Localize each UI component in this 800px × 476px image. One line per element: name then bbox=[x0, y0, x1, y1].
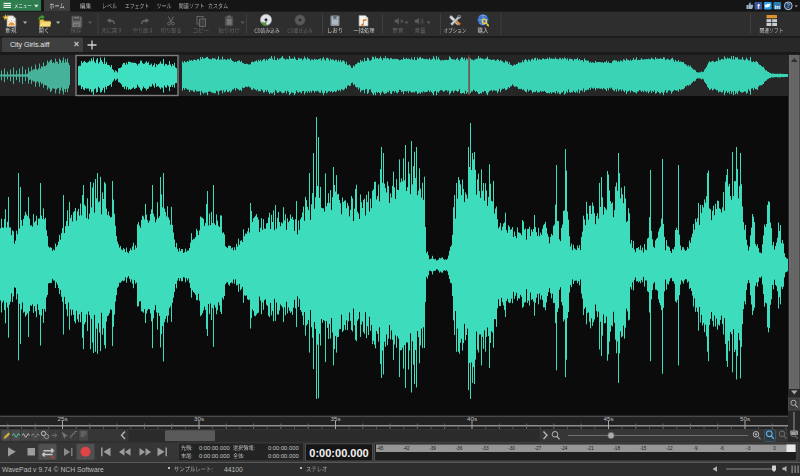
svg-text:-9: -9 bbox=[694, 446, 699, 451]
svg-text:0: 0 bbox=[773, 446, 776, 451]
svg-text:45s: 45s bbox=[604, 415, 614, 422]
svg-text:50s: 50s bbox=[740, 415, 750, 422]
svg-text:-42: -42 bbox=[403, 446, 410, 451]
svg-text:-27: -27 bbox=[534, 446, 541, 451]
svg-text:-15: -15 bbox=[640, 446, 647, 451]
svg-text:35s: 35s bbox=[331, 415, 341, 422]
svg-text:44100: 44100 bbox=[224, 466, 243, 473]
svg-text:25s: 25s bbox=[58, 415, 68, 422]
svg-text:WavePad v 9.74 © NCH Software: WavePad v 9.74 © NCH Software bbox=[2, 466, 104, 473]
svg-text:0:00:00.000: 0:00:00.000 bbox=[199, 453, 230, 459]
svg-text:-30: -30 bbox=[508, 446, 515, 451]
svg-text:-12: -12 bbox=[666, 446, 673, 451]
svg-text:-3: -3 bbox=[746, 446, 751, 451]
svg-text:-45: -45 bbox=[377, 446, 384, 451]
svg-text:40s: 40s bbox=[467, 415, 477, 422]
svg-text:0:00:00.000: 0:00:00.000 bbox=[268, 453, 299, 459]
svg-text:-39: -39 bbox=[429, 446, 436, 451]
svg-text:0:00:00.000: 0:00:00.000 bbox=[309, 447, 368, 459]
svg-text:0:00:00.000: 0:00:00.000 bbox=[199, 445, 230, 451]
svg-text:-18: -18 bbox=[613, 446, 620, 451]
svg-text:?: ? bbox=[786, 2, 790, 9]
svg-text:-33: -33 bbox=[482, 446, 489, 451]
svg-text:in: in bbox=[775, 3, 781, 10]
svg-text:-21: -21 bbox=[587, 446, 594, 451]
svg-text:30s: 30s bbox=[194, 415, 204, 422]
svg-text:-36: -36 bbox=[456, 446, 463, 451]
svg-text:0:00:00.000: 0:00:00.000 bbox=[268, 445, 299, 451]
svg-text:-24: -24 bbox=[561, 446, 568, 451]
svg-text:-6: -6 bbox=[720, 446, 725, 451]
svg-text:City Girls.aiff: City Girls.aiff bbox=[10, 41, 50, 49]
